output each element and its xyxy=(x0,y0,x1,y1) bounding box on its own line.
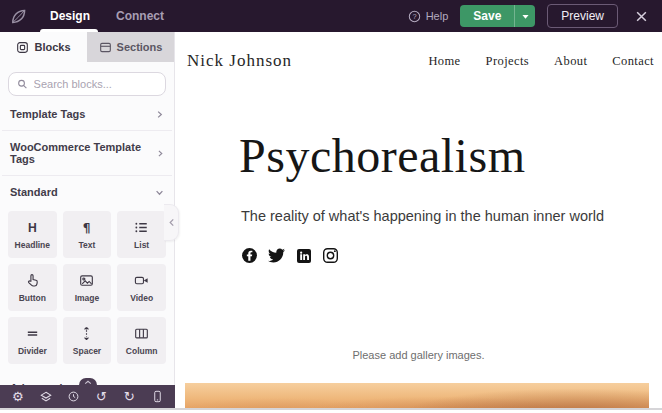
tab-design[interactable]: Design xyxy=(50,9,90,23)
toolbar-expand-notch[interactable] xyxy=(79,378,97,385)
sections-icon xyxy=(99,41,112,54)
block-divider[interactable]: Divider xyxy=(8,317,57,364)
blocks-icon xyxy=(16,41,29,54)
block-list[interactable]: List xyxy=(117,211,166,258)
seedprod-logo[interactable] xyxy=(0,0,36,32)
headline-icon: H xyxy=(25,220,40,236)
image-icon xyxy=(79,273,94,289)
close-button[interactable] xyxy=(630,5,652,27)
spacer-icon xyxy=(79,326,94,342)
tab-blocks[interactable]: Blocks xyxy=(0,32,87,62)
block-label: Column xyxy=(126,346,158,356)
accordion-woocommerce-template-tags[interactable]: WooCommerce Template Tags xyxy=(0,131,174,175)
chevron-right-icon xyxy=(155,110,164,119)
twitter-icon[interactable] xyxy=(268,247,285,264)
hero-subtitle[interactable]: The reality of what's happening in the h… xyxy=(241,208,604,224)
block-video[interactable]: Video xyxy=(117,264,166,311)
nav-projects[interactable]: Projects xyxy=(486,54,529,69)
gallery-placeholder-text: Please add gallery images. xyxy=(175,349,662,361)
caret-down-icon xyxy=(521,12,530,21)
topbar-actions: ? Help Save Preview xyxy=(408,4,662,28)
accordion-label: Standard xyxy=(10,186,58,198)
window-bottom-edge xyxy=(0,408,662,413)
nav-about[interactable]: About xyxy=(554,54,587,69)
accordion-label: Template Tags xyxy=(10,108,85,120)
block-spacer[interactable]: Spacer xyxy=(63,317,112,364)
block-label: Image xyxy=(75,293,100,303)
search-input[interactable] xyxy=(34,78,157,90)
linkedin-icon[interactable] xyxy=(295,247,312,264)
divider-icon xyxy=(25,326,40,342)
layers-navigator-icon[interactable] xyxy=(37,388,55,406)
block-label: Divider xyxy=(18,346,47,356)
chevron-right-icon xyxy=(156,149,164,158)
paragraph-icon: ¶ xyxy=(79,220,94,236)
chevron-up-icon xyxy=(84,380,92,385)
social-icons-row xyxy=(241,247,339,264)
sidebar-tabs: Blocks Sections xyxy=(0,32,174,62)
site-logo-text[interactable]: Nick Johnson xyxy=(187,51,292,71)
block-search[interactable] xyxy=(8,72,166,96)
gallery-sunset-image[interactable] xyxy=(185,383,649,409)
block-label: Spacer xyxy=(73,346,101,356)
preview-site-header: Nick Johnson Home Projects About Contact xyxy=(187,44,654,78)
mobile-preview-icon[interactable] xyxy=(148,388,166,406)
search-icon xyxy=(17,78,28,90)
close-icon xyxy=(635,10,648,23)
seedprod-builder-window: Design Connect ? Help Save Preview xyxy=(0,0,662,413)
top-bar: Design Connect ? Help Save Preview xyxy=(0,0,662,32)
tab-connect[interactable]: Connect xyxy=(116,9,164,23)
save-split-button: Save xyxy=(460,5,535,27)
chevron-down-icon xyxy=(155,188,164,197)
block-headline[interactable]: H Headline xyxy=(8,211,57,258)
accordion-label: WooCommerce Template Tags xyxy=(10,141,156,165)
block-image[interactable]: Image xyxy=(63,264,112,311)
nav-home[interactable]: Home xyxy=(428,54,460,69)
facebook-icon[interactable] xyxy=(241,247,258,264)
blocks-sidebar: Blocks Sections Template Tags xyxy=(0,32,175,408)
svg-text:?: ? xyxy=(412,12,416,21)
sidebar-collapse-handle[interactable] xyxy=(164,204,179,241)
page-preview-canvas[interactable]: Nick Johnson Home Projects About Contact… xyxy=(175,32,662,409)
save-dropdown-button[interactable] xyxy=(514,5,535,27)
column-icon xyxy=(134,326,149,342)
standard-blocks-grid: H Headline ¶ Text L xyxy=(0,208,174,372)
nav-contact[interactable]: Contact xyxy=(612,54,654,69)
help-button[interactable]: ? Help xyxy=(408,10,449,23)
block-column[interactable]: Column xyxy=(117,317,166,364)
block-label: Headline xyxy=(15,240,50,250)
block-label: Button xyxy=(19,293,46,303)
help-question-icon: ? xyxy=(408,10,421,23)
accordion-standard[interactable]: Standard xyxy=(0,176,174,208)
list-icon xyxy=(134,220,149,236)
settings-gear-icon[interactable]: ⚙ xyxy=(9,388,27,406)
tab-sections[interactable]: Sections xyxy=(87,32,174,62)
save-button[interactable]: Save xyxy=(460,5,514,27)
undo-icon[interactable]: ↺ xyxy=(92,388,110,406)
button-pointer-icon xyxy=(25,273,40,289)
editor-bottom-toolbar: ⚙ ↺ ↻ xyxy=(0,385,175,408)
accordion-template-tags[interactable]: Template Tags xyxy=(0,98,174,130)
tab-sections-label: Sections xyxy=(117,41,163,53)
svg-text:H: H xyxy=(28,221,37,235)
hero-headline[interactable]: Psychorealism xyxy=(239,130,525,183)
preview-button[interactable]: Preview xyxy=(547,4,618,28)
revision-history-icon[interactable] xyxy=(65,388,83,406)
block-label: Video xyxy=(130,293,153,303)
block-label: Text xyxy=(79,240,96,250)
site-nav: Home Projects About Contact xyxy=(428,54,654,69)
help-label: Help xyxy=(426,10,449,22)
redo-icon[interactable]: ↻ xyxy=(120,388,138,406)
chevron-left-icon xyxy=(168,218,175,227)
instagram-icon[interactable] xyxy=(322,247,339,264)
svg-text:¶: ¶ xyxy=(83,221,91,235)
active-tab-indicator xyxy=(40,29,98,32)
block-button[interactable]: Button xyxy=(8,264,57,311)
tab-blocks-label: Blocks xyxy=(34,41,70,53)
video-camera-icon xyxy=(134,273,149,289)
seedprod-leaf-icon xyxy=(9,7,28,26)
block-text[interactable]: ¶ Text xyxy=(63,211,112,258)
block-label: List xyxy=(134,240,149,250)
